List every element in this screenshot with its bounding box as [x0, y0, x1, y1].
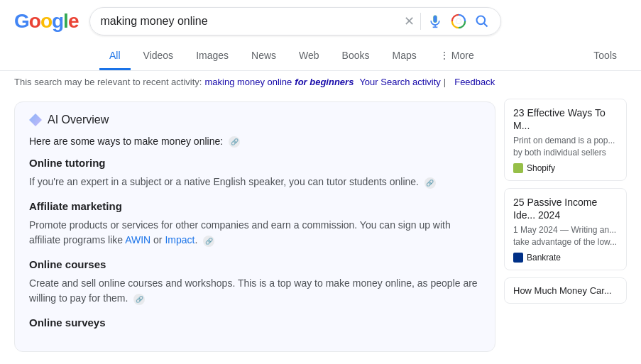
left-column: AI Overview Here are some ways to make m… — [14, 93, 495, 364]
recent-bold-link[interactable]: for beginners — [295, 77, 354, 87]
ai-result-courses: Online courses Create and sell online co… — [29, 256, 481, 306]
tab-web[interactable]: Web — [289, 43, 329, 70]
svg-rect-0 — [434, 16, 437, 23]
your-search-activity-link[interactable]: Your Search activity — [359, 77, 440, 87]
search-icon — [475, 14, 489, 28]
right-card-howmuch[interactable]: How Much Money Car... — [504, 277, 627, 304]
right-column: 23 Effective Ways To M... Print on deman… — [495, 93, 627, 364]
recent-activity-bar: This search may be relevant to recent ac… — [0, 71, 641, 93]
search-button[interactable] — [473, 13, 491, 30]
more-icon: ⋮ — [439, 50, 449, 61]
search-bar: making money online ✕ — [89, 7, 501, 35]
google-logo: Google — [14, 10, 78, 33]
header: Google making money online ✕ — [0, 0, 641, 43]
tab-tools[interactable]: Tools — [584, 43, 627, 70]
courses-link-chip[interactable]: 🔗 — [133, 294, 145, 305]
tutoring-link-chip[interactable]: 🔗 — [424, 177, 436, 189]
tab-images[interactable]: Images — [186, 43, 239, 70]
shopify-card-title: 23 Effective Ways To M... — [513, 106, 618, 132]
bankrate-card-title: 25 Passive Income Ide... 2024 — [513, 196, 618, 221]
ai-overview-body: Here are some ways to make money online:… — [29, 133, 481, 331]
nav-tabs: All Videos Images News Web Books Maps ⋮ … — [0, 43, 641, 71]
tab-maps[interactable]: Maps — [383, 43, 427, 70]
recent-prefix: This search may be relevant to recent ac… — [14, 77, 202, 87]
ai-diamond-icon — [29, 114, 42, 126]
ai-overview-box: AI Overview Here are some ways to make m… — [14, 101, 495, 352]
tab-news[interactable]: News — [241, 43, 286, 70]
lens-icon — [451, 13, 466, 29]
awin-link[interactable]: AWIN — [125, 234, 150, 246]
bankrate-source-icon — [513, 253, 523, 263]
ai-intro-text: Here are some ways to make money online: — [29, 136, 223, 147]
tab-videos[interactable]: Videos — [133, 43, 184, 70]
intro-link-chip[interactable]: 🔗 — [229, 136, 240, 148]
google-lens-button[interactable] — [449, 12, 468, 31]
bankrate-card-source: Bankrate — [513, 253, 618, 263]
impact-link[interactable]: Impact — [165, 234, 195, 246]
ai-result-affiliate: Affiliate marketing Promote products or … — [29, 198, 481, 248]
tutoring-heading: Online tutoring — [29, 155, 481, 172]
divider — [420, 13, 421, 30]
shopify-card-desc: Print on demand is a pop... by both indi… — [513, 135, 618, 159]
ai-result-tutoring: Online tutoring If you're an expert in a… — [29, 155, 481, 189]
tab-books[interactable]: Books — [332, 43, 380, 70]
affiliate-text: Promote products or services for other c… — [29, 218, 481, 248]
tab-all[interactable]: All — [99, 43, 131, 70]
svg-point-6 — [477, 16, 486, 25]
feedback-link[interactable]: Feedback — [454, 77, 495, 87]
right-card-bankrate[interactable]: 25 Passive Income Ide... 2024 1 May 2024… — [504, 188, 627, 270]
howmuch-card-title: How Much Money Car... — [513, 285, 618, 296]
shopify-card-source: Shopify — [513, 163, 618, 173]
tutoring-text: If you're an expert in a subject or a na… — [29, 175, 481, 189]
svg-point-5 — [456, 18, 461, 23]
courses-heading: Online courses — [29, 256, 481, 273]
recent-query-link[interactable]: making money online — [204, 77, 292, 87]
ai-result-surveys: Online surveys — [29, 314, 481, 331]
shopify-source-icon — [513, 163, 523, 173]
tab-more[interactable]: ⋮ More — [429, 43, 484, 70]
affiliate-heading: Affiliate marketing — [29, 198, 481, 215]
separator: | — [444, 77, 446, 87]
bankrate-source-name: Bankrate — [527, 253, 561, 263]
bankrate-card-desc: 1 May 2024 — Writing an... take advantag… — [513, 224, 618, 248]
svg-line-7 — [484, 23, 488, 27]
ai-overview-header: AI Overview — [29, 114, 481, 126]
right-card-shopify[interactable]: 23 Effective Ways To M... Print on deman… — [504, 99, 627, 181]
shopify-source-name: Shopify — [527, 163, 555, 173]
courses-text: Create and sell online courses and works… — [29, 276, 481, 306]
affiliate-link-chip[interactable]: 🔗 — [203, 236, 214, 247]
surveys-heading: Online surveys — [29, 314, 481, 331]
microphone-icon — [428, 14, 442, 28]
ai-overview-title: AI Overview — [48, 114, 109, 126]
main-content: AI Overview Here are some ways to make m… — [0, 93, 641, 364]
clear-icon[interactable]: ✕ — [404, 13, 415, 29]
search-input[interactable]: making money online — [100, 15, 398, 28]
voice-search-button[interactable] — [427, 13, 444, 30]
